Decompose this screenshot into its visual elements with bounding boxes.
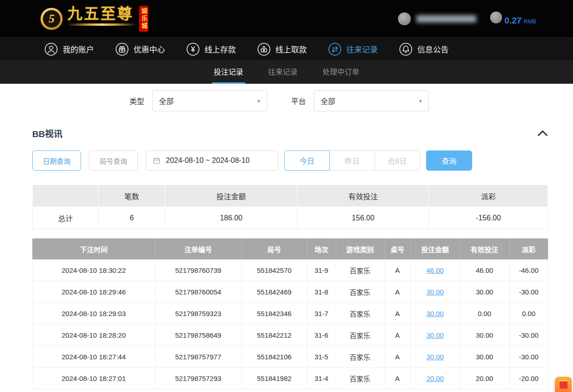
today-button[interactable]: 今日 [284,150,330,171]
platform-filter-label: 平台 [291,95,306,106]
summary-header-row: 笔数 投注金额 有效投注 派彩 [33,185,548,207]
bet-time: 2024-08-10 18:27:01 [33,368,155,389]
chevron-down-icon [419,98,422,104]
collapse-chevron-up-icon[interactable] [537,130,548,137]
bet-id: 521798759323 [155,303,241,324]
bet-amount-link[interactable]: 20.00 [427,375,444,382]
nav-label: 信息公告 [417,43,449,55]
bet-id: 521798758649 [155,324,241,346]
date-range-value: 2024-08-10 ~ 2024-08-10 [166,156,250,165]
yesterday-button[interactable]: 昨日 [329,150,375,171]
bet-time: 2024-08-10 18:29:03 [33,303,155,324]
summary-header-valid-bet: 有效投注 [298,185,429,207]
transfer-records-icon [328,42,342,56]
summary-count-value: 6 [99,207,165,229]
valid-bet: 30.00 [460,281,510,303]
balance-display[interactable]: 0.27 RMB [490,12,536,26]
summary-total-label: 总计 [33,207,99,229]
promo-red-envelope-icon[interactable] [555,377,572,392]
balance-currency: RMB [524,18,536,25]
column-header: 桌号 [384,239,410,259]
bet-amount: 30.00 [410,281,459,303]
summary-header-payout: 派彩 [429,185,548,207]
type-filter-label: 类型 [129,95,144,106]
bet-time: 2024-08-10 18:29:46 [33,281,155,303]
records-tabbar: 投注记录 往来记录 处理中订单 [0,60,573,84]
summary-header-bet-amount: 投注金额 [165,185,298,207]
bet-amount-link[interactable]: 30.00 [427,310,444,317]
user-area: 0.27 RMB [398,12,536,26]
bet-records-table: 下注时间注单编号局号场次游戏类别桌号投注金额有效投注派彩 2024-08-10 … [32,238,548,389]
bet-amount: 30.00 [410,346,459,368]
date-query-button[interactable]: 日期查询 [32,150,81,171]
platform-filter-group: 平台 全部 [291,90,429,111]
table-no: A [384,346,410,368]
bet-amount-link[interactable]: 30.00 [427,353,444,361]
filter-row: 类型 全部 平台 全部 [0,84,573,111]
payout: 0.00 [509,303,548,324]
date-range-input[interactable]: 2024-08-10 ~ 2024-08-10 [146,150,278,171]
tab-betting-records[interactable]: 投注记录 [212,60,245,84]
payout: -30.00 [509,324,548,346]
nav-label: 线上存款 [205,43,236,55]
nav-label: 线上取款 [275,43,307,55]
bet-table-header-row: 下注时间注单编号局号场次游戏类别桌号投注金额有效投注派彩 [33,239,548,259]
bet-amount-link[interactable]: 30.00 [427,288,444,296]
payout: -30.00 [509,281,548,303]
nav-item-my-account[interactable]: 我的账户 [44,42,94,56]
round-id: 551842570 [241,259,307,281]
session: 31-9 [307,259,336,281]
table-no: A [384,324,410,346]
tab-transfer-records[interactable]: 往来记录 [266,60,299,84]
tab-processing-orders[interactable]: 处理中订单 [321,60,361,84]
valid-bet: 30.00 [460,324,510,346]
top-header: 5 九五至尊 娱乐城 0.27 RMB [0,0,573,37]
type-filter-group: 类型 全部 [129,90,267,111]
session: 31-6 [307,324,336,346]
table-no: A [384,368,410,389]
valid-bet: 46.00 [460,259,510,281]
nav-item-deposit[interactable]: 线上存款 [186,42,236,56]
column-header: 局号 [241,239,307,259]
deposit-icon [186,42,200,56]
nav-item-announcements[interactable]: 信息公告 [399,42,449,56]
section-head: BB视讯 [32,127,548,139]
summary-bet-amount-value: 186.00 [165,207,298,229]
brand-flourish-ornament [67,23,136,26]
platform-select[interactable]: 全部 [314,90,429,111]
round-id: 551842346 [241,303,307,324]
column-header: 场次 [307,239,336,259]
bet-time: 2024-08-10 18:27:44 [33,346,155,368]
nav-item-withdraw[interactable]: 线上取款 [257,42,307,56]
bet-amount: 30.00 [410,303,459,324]
search-button[interactable]: 查询 [426,150,472,171]
game-type: 百家乐 [336,368,384,389]
table-row: 2024-08-10 18:29:46521798760054551842469… [33,281,548,303]
nav-item-transfer-records[interactable]: 往来记录 [328,42,378,56]
red-envelope-glyph [560,380,567,389]
site-logo[interactable]: 5 九五至尊 娱乐城 [41,6,148,32]
bet-id: 521798757293 [155,368,241,389]
round-id: 551841982 [241,368,307,389]
last-8-days-button[interactable]: 近8日 [374,150,420,171]
table-row: 2024-08-10 18:30:22521798760739551842570… [33,259,548,281]
user-profile-chip[interactable] [398,12,476,25]
brand-badge: 娱乐城 [139,6,148,32]
logo-emblem-icon: 5 [41,8,63,30]
session: 31-7 [307,303,336,324]
bet-amount-link[interactable]: 30.00 [427,331,444,339]
table-no: A [384,281,410,303]
summary-header-empty [33,185,99,207]
nav-label: 我的账户 [63,43,94,55]
nav-item-promotions[interactable]: 优惠中心 [115,42,165,56]
table-row: 2024-08-10 18:27:01521798757293551841982… [33,368,548,389]
bet-amount-link[interactable]: 46.00 [427,266,444,274]
type-select[interactable]: 全部 [152,90,267,111]
brand-name: 九五至尊 [67,6,136,22]
nav-label: 优惠中心 [134,43,165,55]
round-query-button[interactable]: 局号查询 [89,150,138,171]
table-no: A [384,303,410,324]
session: 31-5 [307,346,336,368]
calendar-icon [152,156,161,165]
bet-table-body: 2024-08-10 18:30:22521798760739551842570… [33,259,548,389]
